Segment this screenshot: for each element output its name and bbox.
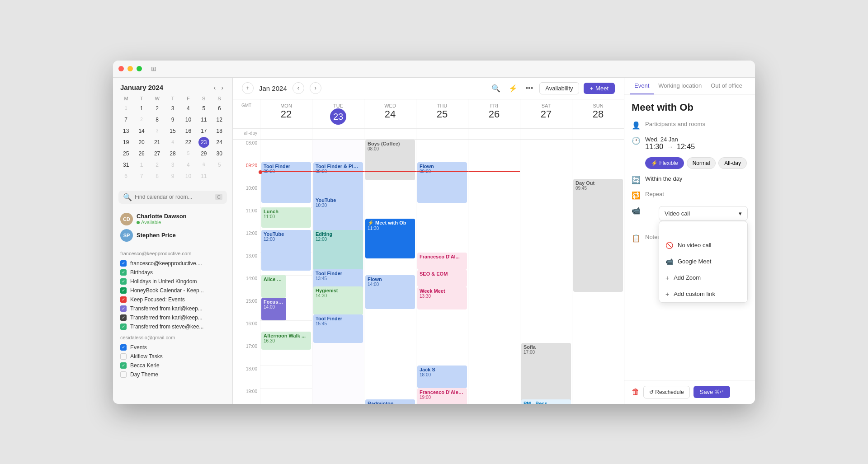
- cal-day-feb3[interactable]: 3: [167, 159, 178, 170]
- cal-checkbox-gmail-3[interactable]: [120, 371, 127, 378]
- cal-day-2[interactable]: 2: [152, 103, 163, 114]
- event-mon-tool-finder[interactable]: Tool Finder 09:00: [261, 162, 311, 203]
- cal-checkbox-6[interactable]: ✓: [120, 314, 127, 321]
- cal-day-feb7[interactable]: 7: [136, 171, 147, 182]
- cal-day-19[interactable]: 19: [121, 137, 132, 148]
- cal-day-feb8[interactable]: 8: [152, 171, 163, 182]
- cal-item-gmail-3[interactable]: Day Theme: [118, 370, 227, 379]
- normal-button[interactable]: Normal: [687, 157, 716, 169]
- cal-item-gmail-2[interactable]: ✓ Becca Kerle: [118, 361, 227, 370]
- cal-day-16[interactable]: 16: [183, 126, 193, 136]
- dropdown-search-input[interactable]: [665, 226, 742, 233]
- reschedule-button[interactable]: ↺ Reschedule: [643, 386, 690, 398]
- next-week-button[interactable]: ›: [310, 82, 321, 94]
- event-mon-focus[interactable]: Focus Session 14:00: [261, 298, 286, 320]
- dropdown-google-meet[interactable]: 📹 Google Meet: [659, 253, 747, 270]
- cal-day-15[interactable]: 15: [167, 126, 178, 136]
- participants-text[interactable]: Participants and rooms: [645, 121, 748, 127]
- cal-item-6[interactable]: ✓ Transferred from karl@keep...: [118, 313, 227, 322]
- cal-checkbox-4[interactable]: ✓: [120, 296, 127, 303]
- cal-item-gmail-0[interactable]: ✓ Events: [118, 343, 227, 352]
- cal-day-18[interactable]: 18: [214, 126, 225, 136]
- event-mon-youtube[interactable]: YouTube 12:00: [261, 230, 311, 271]
- event-tue-toolfinder3[interactable]: Tool Finder 15:45: [313, 314, 363, 343]
- cal-day-13[interactable]: 13: [121, 126, 132, 136]
- event-mon-alice[interactable]: Alice coming over: [261, 275, 286, 298]
- day-num-23-today[interactable]: 23: [330, 108, 346, 125]
- cal-day-3[interactable]: 3: [167, 103, 178, 114]
- cal-checkbox-1[interactable]: ✓: [120, 269, 127, 276]
- cal-item-7[interactable]: ✓ Transferred from steve@kee...: [118, 322, 227, 331]
- cal-checkbox-7[interactable]: ✓: [120, 323, 127, 330]
- cal-day-10[interactable]: 10: [183, 114, 193, 125]
- cal-day-27[interactable]: 27: [152, 148, 163, 159]
- cal-day-4[interactable]: 4: [183, 103, 193, 114]
- cal-day-8[interactable]: 8: [152, 114, 163, 125]
- event-thu-jacks[interactable]: Jack S 18:00: [417, 366, 467, 388]
- cal-day-30[interactable]: 30: [214, 148, 225, 159]
- event-sat-pmbecs[interactable]: PM - Becs: [521, 399, 571, 404]
- dropdown-custom-link[interactable]: + Add custom link: [659, 286, 747, 302]
- day-col-tue23[interactable]: Tool Finder & Plans 09:00 YouTube 10:30 …: [312, 140, 364, 404]
- day-col-sun28[interactable]: Day Out 09:45: [572, 140, 624, 404]
- cal-day-14[interactable]: 14: [136, 126, 147, 136]
- next-month-button[interactable]: ›: [219, 83, 225, 92]
- cal-day-20[interactable]: 20: [136, 137, 147, 148]
- day-num-22[interactable]: 22: [262, 108, 310, 120]
- cal-checkbox-3[interactable]: ✓: [120, 287, 127, 294]
- event-thu-francescod2[interactable]: Francesco D'Alessio and... 19:00: [417, 388, 467, 404]
- lightning-button[interactable]: ⚡: [507, 82, 519, 94]
- save-button[interactable]: Save ⌘↵: [693, 386, 731, 398]
- availability-button[interactable]: Availability: [539, 82, 579, 94]
- tab-event[interactable]: Event: [630, 78, 654, 94]
- user-charlotte[interactable]: CD Charlotte Dawson Available: [118, 211, 227, 227]
- cal-item-4[interactable]: ✓ Keep Focused: Events: [118, 295, 227, 304]
- cal-day-7[interactable]: 7: [121, 114, 132, 125]
- event-wed-meetob[interactable]: ⚡ Meet with Ob 11:30: [365, 219, 415, 258]
- cal-day-24[interactable]: 24: [214, 137, 225, 148]
- cal-day-feb4[interactable]: 4: [183, 159, 193, 170]
- cal-day-9[interactable]: 9: [167, 114, 178, 125]
- cal-checkbox-gmail-1[interactable]: [120, 353, 127, 360]
- search-input[interactable]: [135, 194, 212, 200]
- event-thu-weekmeet[interactable]: Week Meet 13:30: [417, 287, 467, 309]
- cal-day-feb11[interactable]: 11: [198, 171, 209, 182]
- day-col-wed24[interactable]: Boys (Coffee) 08:00 ⚡ Meet with Ob 11:30…: [364, 140, 416, 404]
- day-col-sat27[interactable]: Sofia 17:00 PM - Becs: [520, 140, 572, 404]
- day-col-mon22[interactable]: Tool Finder 09:00 Lunch 11:00 YouTube 12…: [260, 140, 312, 404]
- day-col-thu25[interactable]: Flown 09:00 Francesco D'Al... SEO & EOM …: [416, 140, 468, 404]
- cal-day-12[interactable]: 12: [214, 114, 225, 125]
- event-wed-flown[interactable]: Flown 14:00: [365, 275, 415, 309]
- event-tue-hygienist[interactable]: Hygienist 14:30: [313, 286, 363, 315]
- sidebar-toggle[interactable]: ⊞: [151, 65, 156, 72]
- cal-day-11[interactable]: 11: [198, 114, 209, 125]
- cal-day-29[interactable]: 29: [198, 148, 209, 159]
- dropdown-no-video[interactable]: 🚫 No video call: [659, 237, 747, 253]
- cal-checkbox-gmail-2[interactable]: ✓: [120, 362, 127, 369]
- cal-day-5[interactable]: 5: [198, 103, 209, 114]
- event-wed-boys[interactable]: Boys (Coffee) 08:00: [365, 140, 415, 180]
- cal-day-23-today[interactable]: 23: [198, 137, 209, 148]
- add-event-button[interactable]: +: [242, 82, 254, 94]
- dropdown-add-zoom[interactable]: + Add Zoom: [659, 270, 747, 286]
- cal-day-feb1[interactable]: 1: [136, 159, 147, 170]
- user-stephen[interactable]: SP Stephen Price: [118, 227, 227, 244]
- tab-working-location[interactable]: Working location: [654, 78, 706, 94]
- event-thu-flown[interactable]: Flown 09:00: [417, 162, 467, 203]
- cal-day-31[interactable]: 31: [121, 159, 132, 170]
- cal-item-3[interactable]: ✓ HoneyBook Calendar - Keep...: [118, 286, 227, 295]
- cal-day-feb2[interactable]: 2: [152, 159, 163, 170]
- cal-day-feb6[interactable]: 6: [121, 171, 132, 182]
- event-tue-editing[interactable]: Editing 12:00: [313, 230, 363, 271]
- meet-button[interactable]: + Meet: [584, 83, 615, 94]
- cal-day-17[interactable]: 17: [198, 126, 209, 136]
- event-mon-lunch[interactable]: Lunch 11:00: [261, 207, 311, 228]
- cal-checkbox-0[interactable]: ✓: [120, 260, 127, 267]
- day-num-28[interactable]: 28: [574, 108, 622, 120]
- delete-button[interactable]: 🗑: [632, 387, 640, 397]
- event-thu-francescod[interactable]: Francesco D'Al...: [417, 253, 467, 270]
- cal-day-6[interactable]: 6: [214, 103, 225, 114]
- tab-out-of-office[interactable]: Out of office: [706, 78, 747, 94]
- cal-day-feb10[interactable]: 10: [183, 171, 193, 182]
- allday-button[interactable]: All-day: [718, 157, 747, 169]
